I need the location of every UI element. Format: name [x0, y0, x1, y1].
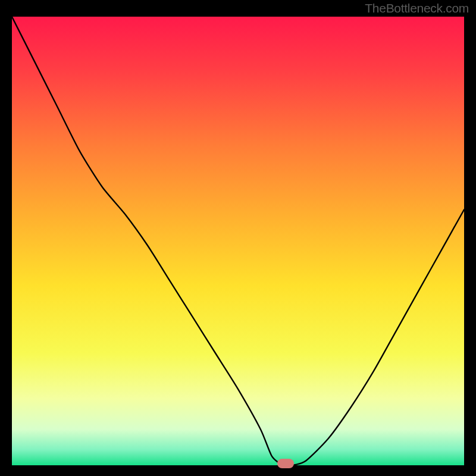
- plot-area: [12, 17, 464, 465]
- optimal-marker: [277, 459, 294, 468]
- attribution-text: TheBottleneck.com: [365, 1, 469, 15]
- bottleneck-curve: [12, 17, 464, 465]
- chart-frame: TheBottleneck.com: [0, 0, 476, 476]
